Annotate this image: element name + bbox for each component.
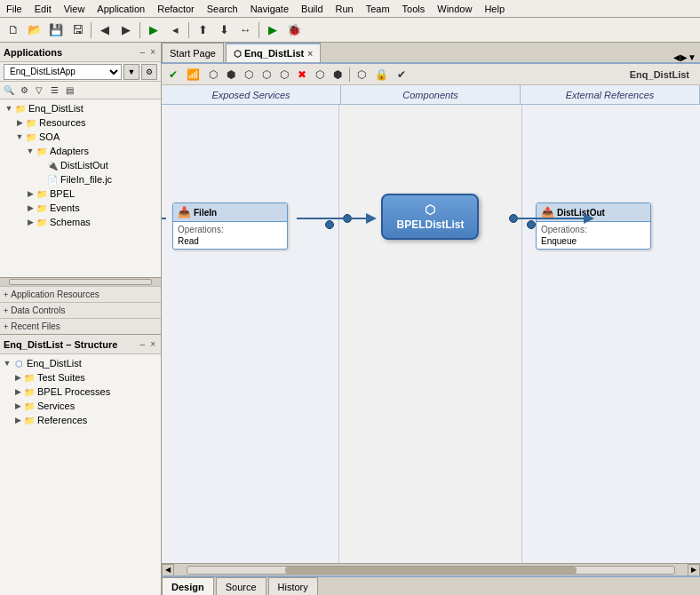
struct-item-root[interactable]: ▼ ⬡ Enq_DistList <box>0 356 161 370</box>
tab-scroll-left[interactable]: ◀ <box>673 52 680 62</box>
proj-btn4[interactable]: ☰ <box>47 83 61 98</box>
ed-btn11[interactable]: ⬡ <box>354 66 370 83</box>
tree-item-adapters[interactable]: ▼ 📁 Adapters <box>0 144 161 158</box>
ed-btn9[interactable]: ⬡ <box>312 66 328 83</box>
filein-component[interactable]: 📥 FileIn Operations: Read <box>172 202 288 250</box>
ed-btn5[interactable]: ⬡ <box>241 66 257 83</box>
struct-toggle-root[interactable]: ▼ <box>2 358 12 369</box>
recent-files-row[interactable]: + Recent Files <box>0 318 161 334</box>
tree-item-bpel[interactable]: ▶ 📁 BPEL <box>0 186 161 201</box>
menu-window[interactable]: Window <box>431 2 478 16</box>
hscroll-track[interactable] <box>187 566 675 575</box>
menu-view[interactable]: View <box>58 2 91 16</box>
proj-btn1[interactable]: 🔍 <box>2 83 16 98</box>
app-resources-row[interactable]: + Application Resources <box>0 286 161 302</box>
tree-toggle-adapters[interactable]: ▼ <box>25 146 36 156</box>
run-button[interactable]: ▶ <box>144 20 163 40</box>
ed-btn4[interactable]: ⬢ <box>223 66 239 83</box>
bpel-component[interactable]: ⬡ BPELDistList <box>381 194 479 240</box>
canvas-wrapper[interactable]: Exposed Services Components External Ref… <box>162 85 700 575</box>
menu-run[interactable]: Run <box>330 2 360 16</box>
ed-wifi[interactable]: 📶 <box>183 66 203 83</box>
struct-toggle-references[interactable]: ▶ <box>12 415 23 425</box>
save-all-button[interactable]: 🖫 <box>68 20 87 40</box>
tree-toggle-schemas[interactable]: ▶ <box>25 217 36 227</box>
tree-toggle-events[interactable]: ▶ <box>25 202 36 213</box>
menu-build[interactable]: Build <box>295 2 329 16</box>
proj-filter[interactable]: ▽ <box>32 83 46 98</box>
menu-search[interactable]: Search <box>201 2 244 16</box>
struct-toggle-testsuites[interactable]: ▶ <box>12 372 23 383</box>
tree-item-root[interactable]: ▼ 📁 Enq_DistList <box>0 101 161 115</box>
ed-btn7[interactable]: ⬡ <box>276 66 292 83</box>
menu-refactor[interactable]: Refactor <box>151 2 201 16</box>
ed-btn12[interactable]: 🔒 <box>371 66 392 83</box>
tree-item-distlistout[interactable]: ▶ 🔌 DistListOut <box>0 158 161 172</box>
struct-item-services[interactable]: ▶ 📁 Services <box>0 399 161 413</box>
save-button[interactable]: 💾 <box>46 20 66 40</box>
structure-minimize[interactable]: – <box>139 338 147 350</box>
menu-team[interactable]: Team <box>360 2 396 16</box>
proj-btn2[interactable]: ⚙ <box>17 83 31 98</box>
forward-button[interactable]: ▶ <box>116 20 136 40</box>
filein-icon: 📥 <box>178 206 191 218</box>
app-select[interactable]: Enq_DistListApp <box>4 64 122 80</box>
struct-item-references[interactable]: ▶ 📁 References <box>0 413 161 427</box>
tab-enqdistlist[interactable]: ⬡ Enq_DistList × <box>226 43 321 62</box>
menu-edit[interactable]: Edit <box>28 2 58 16</box>
tree-item-events[interactable]: ▶ 📁 Events <box>0 201 161 215</box>
ed-btn10[interactable]: ⬢ <box>330 66 346 83</box>
applications-minimize[interactable]: – <box>139 46 147 58</box>
tree-item-resources[interactable]: ▶ 📁 Resources <box>0 115 161 130</box>
ed-delete[interactable]: ✖ <box>294 66 310 83</box>
struct-toggle-services[interactable]: ▶ <box>12 401 23 411</box>
proj-btn5[interactable]: ▤ <box>62 83 76 98</box>
ed-btn3[interactable]: ⬡ <box>205 66 221 83</box>
tab-source[interactable]: Source <box>216 577 266 595</box>
applications-close[interactable]: × <box>148 46 157 58</box>
tree-item-schemas[interactable]: ▶ 📁 Schemas <box>0 215 161 229</box>
deploy3-button[interactable]: ↔ <box>235 20 255 40</box>
tab-close-btn[interactable]: × <box>307 49 313 59</box>
hscroll-left[interactable]: ◀ <box>162 564 174 576</box>
app-dropdown-btn[interactable]: ▼ <box>123 64 139 80</box>
tree-toggle-root[interactable]: ▼ <box>4 103 14 114</box>
tree-toggle-bpel[interactable]: ▶ <box>25 188 36 199</box>
data-controls-row[interactable]: + Data Controls <box>0 302 161 318</box>
struct-toggle-bpelprocesses[interactable]: ▶ <box>12 386 23 397</box>
col-header-exposed: Exposed Services <box>162 85 341 104</box>
tab-startpage[interactable]: Start Page <box>162 43 224 62</box>
tab-history[interactable]: History <box>268 577 318 595</box>
deploy2-button[interactable]: ⬇ <box>214 20 234 40</box>
tab-menu[interactable]: ▼ <box>688 52 696 62</box>
tab-design[interactable]: Design <box>162 577 214 595</box>
menu-navigate[interactable]: Navigate <box>244 2 295 16</box>
menu-application[interactable]: Application <box>91 2 151 16</box>
tree-toggle-soa[interactable]: ▼ <box>14 131 25 142</box>
ed-validate[interactable]: ✔ <box>165 66 181 83</box>
tree-toggle-resources[interactable]: ▶ <box>14 117 25 128</box>
menu-help[interactable]: Help <box>478 2 511 16</box>
ed-btn13[interactable]: ✔ <box>394 66 410 83</box>
open-button[interactable]: 📂 <box>25 20 44 40</box>
tab-scroll-right[interactable]: ▶ <box>680 52 688 62</box>
tree-item-soa[interactable]: ▼ 📁 SOA <box>0 130 161 144</box>
hscroll-right[interactable]: ▶ <box>688 564 700 576</box>
structure-close[interactable]: × <box>148 338 157 350</box>
menu-file[interactable]: File <box>0 2 28 16</box>
deploy-button[interactable]: ⬆ <box>193 20 212 40</box>
bug-button[interactable]: 🐞 <box>284 20 304 40</box>
struct-item-bpelprocesses[interactable]: ▶ 📁 BPEL Processes <box>0 385 161 399</box>
struct-item-testsuites[interactable]: ▶ 📁 Test Suites <box>0 370 161 385</box>
menu-tools[interactable]: Tools <box>396 2 432 16</box>
ed-btn6[interactable]: ⬡ <box>259 66 274 83</box>
tree-hscroll-track[interactable] <box>9 279 152 285</box>
tree-item-filein[interactable]: ▶ 📄 FileIn_file.jc <box>0 172 161 186</box>
back-button[interactable]: ◀ <box>95 20 115 40</box>
debug-button[interactable]: ▶ <box>263 20 282 40</box>
run-arrow-button[interactable]: ◂ <box>165 20 185 40</box>
app-settings-btn[interactable]: ⚙ <box>141 64 157 80</box>
distlistout-component[interactable]: 📤 DistListOut Operations: Enqueue <box>536 202 651 250</box>
tabs-bar: Start Page ⬡ Enq_DistList × ◀ ▶ ▼ <box>162 43 700 64</box>
new-button[interactable]: 🗋 <box>4 20 23 40</box>
